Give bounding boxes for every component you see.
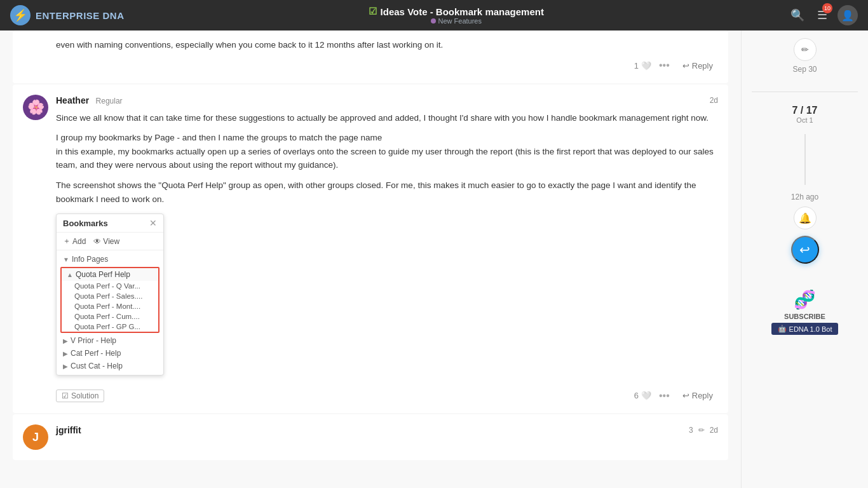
chevron-right-icon: ▶ — [63, 337, 68, 344]
post-header: Heather Regular 2d — [56, 95, 718, 106]
bm-item-2[interactable]: Quota Perf - Sales.... — [62, 291, 158, 301]
bm-item-3[interactable]: Quota Perf - Mont.... — [62, 301, 158, 311]
bm-toolbar: ＋ Add 👁 View — [57, 233, 163, 250]
notification-badge: 10 — [822, 3, 832, 13]
nav-title-area: ☑ Ideas Vote - Bookmark management New F… — [132, 6, 780, 25]
hamburger-button[interactable]: ☰ 10 — [815, 6, 830, 25]
eye-icon: 👁 — [93, 237, 101, 246]
post-content: Since we all know that it can take time … — [56, 111, 718, 207]
sidebar-divider-1 — [752, 92, 858, 92]
partial-post-footer: 1 🤍 ••• ↩ Reply — [56, 58, 718, 73]
oct1-label: Oct 1 — [792, 116, 817, 124]
page-indicator: 7 / 17 Oct 1 — [792, 105, 817, 124]
bm-list: ▼ Info Pages ▲ Quota Perf Help Quota Per… — [57, 250, 163, 375]
page-fraction: 7 / 17 — [792, 105, 817, 116]
search-button[interactable]: 🔍 — [788, 6, 807, 25]
content-area: even with naming conventions, especially… — [0, 30, 741, 488]
bm-close-button[interactable]: ✕ — [149, 218, 157, 228]
nav-actions: 🔍 ☰ 10 👤 — [788, 5, 858, 25]
check-icon: ☑ — [369, 6, 377, 17]
reply-icon: ↩ — [682, 61, 689, 71]
more-options-button[interactable]: ••• — [659, 60, 670, 71]
like-count: 1 — [634, 61, 639, 71]
bm-view-button[interactable]: 👁 View — [93, 236, 119, 247]
heart-icon-heather[interactable]: 🤍 — [641, 391, 651, 400]
bm-group-info[interactable]: ▼ Info Pages — [57, 253, 163, 266]
edna-robot-icon: 🤖 — [778, 325, 787, 333]
partial-post-text: even with naming conventions, especially… — [56, 38, 718, 52]
bm-group-custcat[interactable]: ▶ Cust Cat - Help — [57, 360, 163, 372]
heather-avatar: 🌸 — [23, 95, 48, 120]
bm-add-button[interactable]: ＋ Add — [63, 236, 86, 247]
heather-post-body: Heather Regular 2d Since we all know tha… — [56, 95, 718, 403]
nav-subtitle: New Features — [431, 17, 482, 25]
post-author[interactable]: Heather — [56, 95, 89, 105]
bm-item-5[interactable]: Quota Perf - GP G... — [62, 322, 158, 332]
subscribe-label: SUBSCRIBE — [784, 313, 825, 320]
notification-button[interactable]: 🔔 — [794, 207, 817, 229]
jgriffit-like-count: 3 — [689, 426, 693, 435]
post-footer-left: ☑ Solution — [56, 390, 627, 402]
jgriffit-meta: 3 ✏ 2d — [689, 426, 718, 435]
jgriffit-author[interactable]: jgriffit — [56, 425, 81, 435]
user-avatar[interactable]: 👤 — [837, 5, 858, 25]
right-sidebar: ✏ Sep 30 7 / 17 Oct 1 12h ago 🔔 ↩ 🧬 SUBS… — [741, 30, 868, 488]
bm-title: Bookmarks — [63, 219, 108, 228]
sep30-label: Sep 30 — [792, 65, 817, 74]
heather-post: 🌸 Heather Regular 2d Since we all know t… — [13, 85, 728, 414]
author-area: Heather Regular — [56, 95, 123, 106]
like-count-heather: 6 — [634, 391, 639, 400]
top-nav: ⚡ ENTERPRISE DNA ☑ Ideas Vote - Bookmark… — [0, 0, 868, 30]
like-area: 1 🤍 — [634, 61, 651, 71]
page-title: Ideas Vote - Bookmark management — [381, 6, 544, 17]
reply-label-heather: Reply — [692, 391, 713, 400]
edna-badge: 🤖 EDNA 1.0 Bot — [771, 323, 839, 335]
dna-icon: 🧬 — [794, 289, 816, 310]
jgriffit-time: 2d — [710, 426, 718, 435]
post-footer: ☑ Solution 6 🤍 ••• ↩ Reply — [56, 383, 718, 403]
edit-button[interactable]: ✏ — [794, 38, 817, 61]
heart-icon[interactable]: 🤍 — [641, 61, 651, 71]
more-options-heather[interactable]: ••• — [659, 390, 670, 402]
vertical-divider — [804, 134, 806, 185]
chevron-down-icon: ▼ — [63, 256, 69, 263]
logo-icon: ⚡ — [10, 5, 31, 25]
bm-group-vprior[interactable]: ▶ V Prior - Help — [57, 334, 163, 347]
chevron-right-icon3: ▶ — [63, 363, 68, 370]
bm-header: Bookmarks ✕ — [57, 214, 163, 233]
post-para4: The screenshot shows the "Quota Perf Hel… — [56, 179, 718, 206]
like-area-heather: 6 🤍 — [634, 391, 651, 400]
reply-circle-button[interactable]: ↩ — [791, 236, 819, 264]
jgriffit-post-header: jgriffit 3 ✏ 2d — [56, 424, 718, 436]
time-ago-label: 12h ago — [791, 193, 818, 201]
reply-button-heather[interactable]: ↩ Reply — [677, 388, 718, 403]
reply-icon-heather: ↩ — [682, 391, 689, 400]
jgriffit-author-area: jgriffit — [56, 424, 81, 436]
post-para2: I group my bookmarks by Page - and then … — [56, 131, 718, 172]
solution-label: Solution — [71, 391, 98, 400]
logo-text: ENTERPRISE DNA — [36, 10, 125, 21]
dot-icon — [431, 18, 436, 24]
solution-check-icon: ☑ — [62, 391, 69, 400]
bm-item-4[interactable]: Quota Perf - Cum.... — [62, 311, 158, 322]
post-time: 2d — [710, 96, 718, 105]
chevron-up-icon: ▲ — [67, 271, 73, 278]
reply-button-top[interactable]: ↩ Reply — [677, 58, 718, 73]
jgriffit-post-body: jgriffit 3 ✏ 2d — [56, 424, 718, 450]
bm-group-catperf[interactable]: ▶ Cat Perf - Help — [57, 347, 163, 360]
bm-item-1[interactable]: Quota Perf - Q Var... — [62, 281, 158, 291]
solution-badge: ☑ Solution — [56, 390, 104, 402]
plus-icon: ＋ — [63, 236, 71, 247]
reply-label: Reply — [692, 61, 713, 71]
bm-subgroup-quota: ▲ Quota Perf Help Quota Perf - Q Var... … — [60, 267, 159, 333]
post-role: Regular — [96, 97, 123, 105]
main-layout: even with naming conventions, especially… — [0, 30, 868, 488]
post-para1: Since we all know that it can take time … — [56, 111, 718, 125]
logo[interactable]: ⚡ ENTERPRISE DNA — [10, 5, 125, 25]
bm-subgroup-header[interactable]: ▲ Quota Perf Help — [62, 268, 158, 281]
jgriffit-post: J jgriffit 3 ✏ 2d — [13, 414, 728, 460]
subscribe-area: 🧬 SUBSCRIBE 🤖 EDNA 1.0 Bot — [771, 289, 839, 335]
jgriffit-edit-icon: ✏ — [698, 426, 705, 435]
bookmark-screenshot: Bookmarks ✕ ＋ Add 👁 View — [56, 214, 164, 376]
jgriffit-avatar: J — [23, 424, 48, 450]
